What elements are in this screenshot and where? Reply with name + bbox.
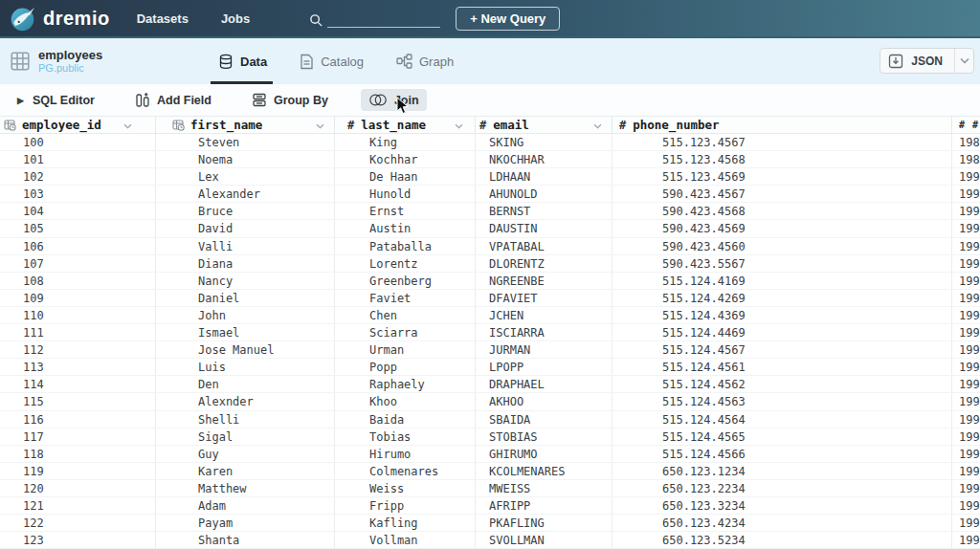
table-cell[interactable]: NKOCHHAR bbox=[476, 151, 612, 167]
table-cell[interactable]: Fripp bbox=[335, 497, 476, 514]
table-cell[interactable]: 198 bbox=[952, 151, 980, 167]
table-cell[interactable]: Sciarra bbox=[335, 324, 476, 340]
column-header-employee-id[interactable]: employee_id bbox=[0, 117, 156, 133]
table-cell[interactable]: 199 bbox=[952, 497, 980, 514]
table-row[interactable]: 116ShelliBaidaSBAIDA515.124.4564199 bbox=[0, 411, 980, 428]
table-cell[interactable]: Guy bbox=[156, 446, 335, 462]
table-row[interactable]: 101NoemaKochharNKOCHHAR515.123.4568198 bbox=[0, 151, 980, 168]
table-cell[interactable]: 515.124.4567 bbox=[612, 341, 952, 358]
tab-graph[interactable]: Graph bbox=[396, 38, 454, 84]
table-cell[interactable]: Greenberg bbox=[335, 273, 476, 289]
table-cell[interactable]: 515.124.4561 bbox=[612, 359, 952, 375]
table-cell[interactable]: 199 bbox=[952, 255, 980, 272]
table-cell[interactable]: Daniel bbox=[156, 290, 335, 306]
table-cell[interactable]: Lorentz bbox=[335, 255, 476, 272]
table-cell[interactable]: 515.124.4269 bbox=[612, 290, 952, 306]
table-cell[interactable]: 100 bbox=[0, 134, 156, 150]
table-cell[interactable]: Jose Manuel bbox=[156, 341, 335, 358]
table-cell[interactable]: 515.123.4567 bbox=[612, 134, 952, 150]
table-cell[interactable]: Noema bbox=[156, 151, 335, 167]
search-input[interactable] bbox=[327, 10, 440, 28]
table-cell[interactable]: 650.123.5234 bbox=[612, 532, 952, 548]
table-cell[interactable]: 515.123.4568 bbox=[612, 151, 952, 167]
table-cell[interactable]: DFAVIET bbox=[476, 290, 612, 306]
table-cell[interactable]: 101 bbox=[0, 151, 156, 167]
table-cell[interactable]: Valli bbox=[156, 238, 335, 254]
table-cell[interactable]: MWEISS bbox=[476, 480, 612, 496]
table-cell[interactable]: 199 bbox=[952, 376, 980, 392]
table-cell[interactable]: 515.124.4469 bbox=[612, 324, 952, 340]
table-row[interactable]: 122PayamKaflingPKAFLING650.123.4234199 bbox=[0, 515, 980, 532]
table-cell[interactable]: David bbox=[156, 220, 335, 236]
table-cell[interactable]: 199 bbox=[952, 324, 980, 340]
table-cell[interactable]: Shanta bbox=[156, 532, 335, 548]
table-cell[interactable]: 114 bbox=[0, 376, 156, 392]
table-cell[interactable]: Kafling bbox=[335, 515, 476, 531]
table-cell[interactable]: Popp bbox=[335, 359, 476, 375]
table-cell[interactable]: 199 bbox=[952, 341, 980, 358]
table-cell[interactable]: Nancy bbox=[156, 273, 335, 289]
table-row[interactable]: 110JohnChenJCHEN515.124.4369199 bbox=[0, 307, 980, 324]
sql-editor-toggle[interactable]: ▶ SQL Editor bbox=[10, 90, 102, 111]
table-cell[interactable]: Weiss bbox=[335, 480, 476, 496]
table-cell[interactable]: 590.423.4560 bbox=[612, 238, 952, 254]
table-row[interactable]: 108NancyGreenbergNGREENBE515.124.4169199 bbox=[0, 273, 980, 290]
table-cell[interactable]: Adam bbox=[156, 497, 335, 514]
table-cell[interactable]: JURMAN bbox=[476, 341, 612, 358]
tab-catalog[interactable]: Catalog bbox=[300, 38, 364, 84]
table-cell[interactable]: NGREENBE bbox=[476, 273, 612, 289]
nav-item-jobs[interactable]: Jobs bbox=[210, 11, 271, 26]
table-row[interactable]: 107DianaLorentzDLORENTZ590.423.5567199 bbox=[0, 255, 980, 273]
table-cell[interactable]: DAUSTIN bbox=[476, 220, 612, 236]
table-cell[interactable]: Diana bbox=[156, 255, 335, 272]
table-cell[interactable]: Tobias bbox=[335, 428, 476, 445]
table-cell[interactable]: JCHEN bbox=[476, 307, 612, 323]
table-cell[interactable]: 199 bbox=[952, 515, 980, 531]
table-row[interactable]: 118GuyHirumoGHIRUMO515.124.4566199 bbox=[0, 446, 980, 463]
tab-data[interactable]: Data bbox=[218, 38, 267, 84]
table-row[interactable]: 111IsmaelSciarraISCIARRA515.124.4469199 bbox=[0, 324, 980, 341]
table-row[interactable]: 112Jose ManuelUrmanJURMAN515.124.4567199 bbox=[0, 341, 980, 359]
column-header-first-name[interactable]: first_name bbox=[156, 117, 335, 133]
table-cell[interactable]: Payam bbox=[156, 515, 335, 531]
table-cell[interactable]: 199 bbox=[952, 393, 980, 409]
table-cell[interactable]: SKING bbox=[476, 134, 612, 150]
table-cell[interactable]: 106 bbox=[0, 238, 156, 254]
table-cell[interactable]: John bbox=[156, 307, 335, 323]
table-cell[interactable]: GHIRUMO bbox=[476, 446, 612, 462]
dremio-brand[interactable]: dremio bbox=[10, 6, 110, 32]
table-cell[interactable]: DRAPHAEL bbox=[476, 376, 612, 392]
table-cell[interactable]: 122 bbox=[0, 515, 156, 531]
table-cell[interactable]: Faviet bbox=[335, 290, 476, 306]
table-cell[interactable]: 515.124.4169 bbox=[612, 273, 952, 289]
table-cell[interactable]: 515.123.4569 bbox=[612, 168, 952, 185]
group-by-button[interactable]: Group By bbox=[244, 88, 336, 112]
table-cell[interactable]: Pataballa bbox=[335, 238, 476, 254]
chevron-down-icon[interactable] bbox=[316, 118, 324, 132]
table-cell[interactable]: 103 bbox=[0, 186, 156, 202]
table-cell[interactable]: Kochhar bbox=[335, 151, 476, 167]
table-row[interactable]: 115AlexnderKhooAKHOO515.124.4563199 bbox=[0, 393, 980, 410]
table-cell[interactable]: Alexnder bbox=[156, 393, 335, 409]
table-cell[interactable]: Chen bbox=[335, 307, 476, 323]
table-cell[interactable]: Urman bbox=[335, 341, 476, 358]
table-cell[interactable]: SVOLLMAN bbox=[476, 532, 612, 548]
table-row[interactable]: 119KarenColmenaresKCOLMENARES650.123.123… bbox=[0, 463, 980, 480]
table-cell[interactable]: 199 bbox=[952, 273, 980, 289]
table-cell[interactable]: 118 bbox=[0, 446, 156, 462]
table-cell[interactable]: LPOPP bbox=[476, 359, 612, 375]
table-cell[interactable]: VPATABAL bbox=[476, 238, 612, 254]
table-cell[interactable]: LDHAAN bbox=[476, 168, 612, 185]
table-cell[interactable]: 199 bbox=[952, 203, 980, 219]
table-cell[interactable]: 198 bbox=[952, 134, 980, 150]
table-cell[interactable]: 199 bbox=[952, 238, 980, 254]
table-cell[interactable]: 115 bbox=[0, 393, 156, 409]
table-cell[interactable]: Baida bbox=[335, 411, 476, 428]
table-cell[interactable]: Matthew bbox=[156, 480, 335, 496]
table-cell[interactable]: 199 bbox=[952, 428, 980, 445]
column-header-partial[interactable]: # # bbox=[952, 117, 980, 133]
table-cell[interactable]: 120 bbox=[0, 480, 156, 496]
export-dropdown-toggle[interactable] bbox=[954, 49, 973, 73]
table-row[interactable]: 113LuisPoppLPOPP515.124.4561199 bbox=[0, 359, 980, 376]
table-cell[interactable]: 199 bbox=[952, 359, 980, 375]
